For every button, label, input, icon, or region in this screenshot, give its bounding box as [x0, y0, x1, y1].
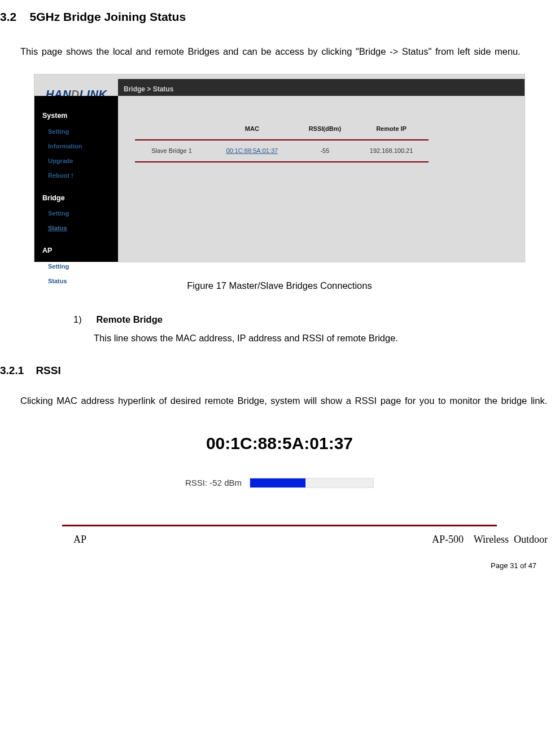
cell-ip: 192.168.100.21 [354, 140, 429, 162]
figure-17: HANDLINK Bridge > Status System Setting … [34, 74, 525, 295]
cell-rssi: -55 [296, 140, 355, 162]
screenshot: HANDLINK Bridge > Status System Setting … [34, 74, 525, 262]
sidebar-item-ap-setting[interactable]: Setting [48, 261, 118, 272]
section-num: 3.2 [0, 10, 16, 23]
main-content: MAC RSSI(dBm) Remote IP Slave Bridge 1 0… [118, 96, 525, 175]
section-heading: 3.2 5GHz Bridge Joining Status [0, 6, 559, 28]
section-intro: This page shows the local and remote Bri… [0, 43, 559, 60]
sidebar-item-system-setting[interactable]: Setting [48, 126, 118, 138]
footer-left: AP [73, 530, 86, 549]
subsection-title: RSSI [36, 364, 60, 376]
mac-link[interactable]: 00:1C:88:5A:01:37 [226, 147, 278, 154]
table-header-row: MAC RSSI(dBm) Remote IP [135, 118, 429, 140]
rssi-bar-fill [250, 478, 305, 487]
sidebar-group-bridge: Bridge [42, 192, 118, 205]
col-rssi: RSSI(dBm) [296, 118, 355, 140]
footer-line-1: AP AP-500 Wireless Outdoor [73, 530, 548, 549]
breadcrumb: Bridge > Status [118, 79, 525, 96]
list-num: 1) [73, 311, 94, 328]
rssi-mac-title: 00:1C:88:5A:01:37 [141, 427, 418, 459]
table-divider [135, 162, 429, 162]
footer-pagenum: Page 31 of 47 [0, 559, 536, 573]
subsection-num: 3.2.1 [0, 364, 24, 376]
sidebar-item-system-reboot[interactable]: Reboot ! [48, 170, 118, 182]
list-item-1: 1) Remote Bridge [73, 311, 559, 328]
rssi-bar [250, 478, 374, 488]
section-title: 5GHz Bridge Joining Status [30, 10, 186, 23]
sidebar-group-system: System [42, 109, 118, 123]
subsection-body: Clicking MAC address hyperlink of desire… [0, 392, 559, 410]
sidebar: System Setting Information Upgrade Reboo… [34, 96, 118, 262]
sidebar-item-bridge-status[interactable]: Status [48, 222, 118, 234]
sidebar-item-system-upgrade[interactable]: Upgrade [48, 155, 118, 167]
sidebar-group-ap: AP [42, 244, 118, 258]
footer-right: AP-500 Wireless Outdoor [432, 530, 548, 549]
subsection-heading: 3.2.1 RSSI [0, 361, 559, 381]
cell-label: Slave Bridge 1 [135, 140, 208, 162]
rssi-label: RSSI: -52 dBm [185, 475, 242, 491]
col-remote-ip: Remote IP [354, 118, 429, 140]
footer-divider [62, 525, 497, 526]
list-body: This line shows the MAC address, IP addr… [94, 329, 559, 347]
sidebar-item-system-information[interactable]: Information [48, 140, 118, 152]
sidebar-item-bridge-setting[interactable]: Setting [48, 208, 118, 219]
bridge-status-table: MAC RSSI(dBm) Remote IP Slave Bridge 1 0… [135, 118, 429, 162]
col-mac: MAC [208, 118, 296, 140]
table-row: Slave Bridge 1 00:1C:88:5A:01:37 -55 192… [135, 140, 429, 162]
col-blank [135, 118, 208, 140]
sidebar-item-ap-status[interactable]: Status [48, 275, 118, 287]
list-title: Remote Bridge [97, 314, 163, 324]
rssi-figure: 00:1C:88:5A:01:37 RSSI: -52 dBm [141, 427, 418, 491]
